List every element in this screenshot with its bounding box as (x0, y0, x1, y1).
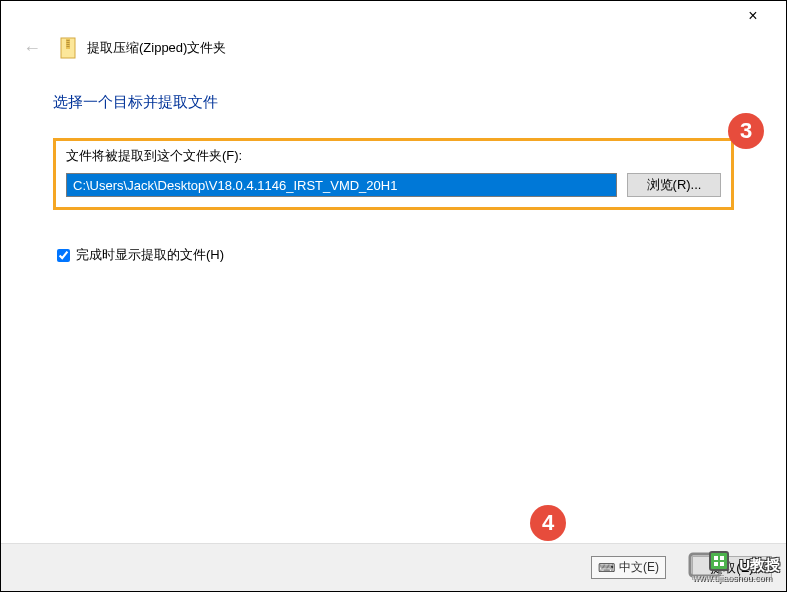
svg-rect-8 (714, 556, 718, 560)
ime-indicator: ⌨ 中文(E) (591, 556, 666, 579)
destination-path-input[interactable] (66, 173, 617, 197)
titlebar: × (1, 1, 786, 31)
show-files-checkbox[interactable] (57, 249, 70, 262)
svg-rect-2 (67, 40, 70, 41)
ime-label: 中文(E) (619, 559, 659, 576)
wizard-header: ← 提取压缩(Zipped)文件夹 (1, 31, 786, 75)
destination-label: 文件将被提取到这个文件夹(F): (66, 147, 721, 165)
destination-section: 文件将被提取到这个文件夹(F): 浏览(R)... (53, 138, 734, 210)
svg-rect-3 (67, 42, 70, 43)
show-files-row: 完成时显示提取的文件(H) (53, 228, 734, 264)
svg-rect-11 (720, 562, 724, 566)
browse-button[interactable]: 浏览(R)... (627, 173, 721, 197)
watermark-url: www.ujiaoshou.com (692, 573, 772, 583)
watermark: U教授 www.ujiaoshou.com (685, 549, 780, 581)
ime-icon: ⌨ (598, 561, 615, 575)
annotation-step-3: 3 (728, 113, 764, 149)
svg-rect-4 (67, 44, 70, 45)
instruction-heading: 选择一个目标并提取文件 (53, 93, 734, 112)
show-files-label: 完成时显示提取的文件(H) (76, 246, 224, 264)
back-arrow-icon: ← (21, 38, 43, 59)
wizard-title: 提取压缩(Zipped)文件夹 (87, 39, 226, 57)
destination-row: 浏览(R)... (66, 173, 721, 197)
svg-rect-7 (710, 552, 728, 570)
close-icon[interactable]: × (738, 7, 768, 25)
wizard-content: 选择一个目标并提取文件 文件将被提取到这个文件夹(F): 浏览(R)... 完成… (1, 75, 786, 264)
wizard-footer: 提取(E) (1, 543, 786, 591)
watermark-text: U教授 (739, 556, 780, 575)
svg-rect-10 (714, 562, 718, 566)
zipped-folder-icon (59, 37, 77, 59)
svg-rect-5 (67, 46, 70, 47)
svg-rect-9 (720, 556, 724, 560)
extract-wizard-window: × ← 提取压缩(Zipped)文件夹 选择一个目标并提取文件 文件将被提取到这… (1, 1, 786, 591)
annotation-step-4: 4 (530, 505, 566, 541)
